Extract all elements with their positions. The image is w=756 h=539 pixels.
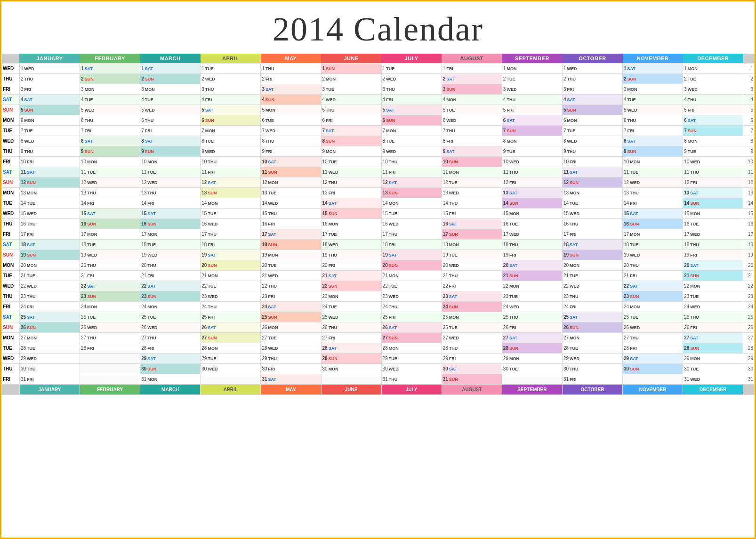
calendar-cell: 6 THU xyxy=(80,115,140,126)
calendar-cell: 7 FRI xyxy=(623,126,683,136)
calendar-cell: 11 MON xyxy=(442,167,502,177)
day-number-right: 29 xyxy=(743,354,755,364)
calendar-cell: 21 WED xyxy=(261,271,321,281)
calendar-cell: 22 TUE xyxy=(201,281,261,291)
calendar-cell: 13 MON xyxy=(19,188,80,198)
calendar-cell: 11 SAT xyxy=(562,167,622,177)
calendar-cell: 18 SAT xyxy=(562,240,622,250)
table-row: SAT25 SAT25 TUE25 TUE25 FRI25 SUN25 WED2… xyxy=(2,312,755,322)
calendar-table: JANUARY FEBRUARY MARCH APRIL MAY JUNE JU… xyxy=(1,54,755,395)
day-of-week-label: TUE xyxy=(2,271,20,281)
day-number-right: 8 xyxy=(743,136,755,146)
calendar-cell: 18 FRI xyxy=(201,240,261,250)
day-of-week-label: FRI xyxy=(2,374,20,385)
day-of-week-label: MON xyxy=(2,333,20,343)
calendar-cell: 15 WED xyxy=(19,209,80,219)
calendar-cell: 27 TUE xyxy=(261,333,321,343)
calendar-cell: 14 SAT xyxy=(321,198,381,209)
calendar-cell: 23 WED xyxy=(201,291,261,302)
day-number-right: 17 xyxy=(743,229,755,240)
calendar-cell: 12 SUN xyxy=(562,177,622,188)
calendar-cell: 30 WED xyxy=(201,364,261,374)
calendar-cell xyxy=(502,374,562,385)
day-number-right: 19 xyxy=(743,250,755,260)
calendar-cell: 15 WED xyxy=(562,209,622,219)
table-row: FRI31 FRI31 MON31 SAT31 THU31 SUN31 FRI3… xyxy=(2,374,755,385)
calendar-cell xyxy=(80,364,140,374)
calendar-cell: 23 MON xyxy=(321,291,381,302)
calendar-cell: 17 WED xyxy=(502,229,562,240)
day-number-right: 21 xyxy=(743,271,755,281)
calendar-cell: 1 SAT xyxy=(623,64,683,74)
calendar-cell: 20 SAT xyxy=(683,260,743,271)
calendar-cell: 19 MON xyxy=(261,250,321,260)
calendar-cell: 26 MON xyxy=(261,322,321,333)
day-of-week-label: SUN xyxy=(2,250,20,260)
calendar-cell: 11 WED xyxy=(321,167,381,177)
calendar-cell xyxy=(80,354,140,364)
calendar-cell: 2 TUE xyxy=(502,74,562,84)
calendar-cell: 11 TUE xyxy=(623,167,683,177)
table-row: SAT18 SAT18 TUE18 TUE18 FRI18 SUN18 WED1… xyxy=(2,240,755,250)
calendar-cell: 2 SUN xyxy=(623,74,683,84)
calendar-cell: 6 SAT xyxy=(502,115,562,126)
calendar-cell: 30 WED xyxy=(381,364,442,374)
calendar-cell: 30 SUN xyxy=(140,364,201,374)
day-number-right: 15 xyxy=(743,209,755,219)
calendar-cell: 8 MON xyxy=(683,136,743,146)
calendar-cell: 9 WED xyxy=(381,146,442,157)
calendar-cell: 7 FRI xyxy=(80,126,140,136)
day-of-week-label: WED xyxy=(2,209,20,219)
calendar-cell: 27 WED xyxy=(442,333,502,343)
calendar-cell: 1 SUN xyxy=(321,64,381,74)
table-row: THU30 THU30 SUN30 WED30 FRI30 MON30 WED3… xyxy=(2,364,755,374)
day-of-week-label: SUN xyxy=(2,322,20,333)
day-of-week-label: WED xyxy=(2,281,20,291)
calendar-cell: 29 TUE xyxy=(201,354,261,364)
calendar-cell: 3 WED xyxy=(683,84,743,95)
calendar-cell: 5 MON xyxy=(261,105,321,115)
calendar-cell: 13 THU xyxy=(80,188,140,198)
calendar-cell: 15 THU xyxy=(261,209,321,219)
calendar-cell: 10 MON xyxy=(140,157,201,167)
calendar-cell: 30 THU xyxy=(19,364,80,374)
calendar-cell: 16 SUN xyxy=(623,219,683,229)
calendar-cell: 21 SUN xyxy=(683,271,743,281)
calendar-cell: 28 SAT xyxy=(321,343,381,354)
calendar-cell: 18 THU xyxy=(502,240,562,250)
calendar-cell: 18 SUN xyxy=(261,240,321,250)
calendar-cell: 21 SAT xyxy=(321,271,381,281)
table-row: FRI24 FRI24 MON24 MON24 THU24 SAT24 TUE2… xyxy=(2,302,755,312)
calendar-cell: 23 THU xyxy=(19,291,80,302)
calendar-cell: 21 FRI xyxy=(80,271,140,281)
calendar-cell: 6 THU xyxy=(140,115,201,126)
calendar-cell: 22 MON xyxy=(683,281,743,291)
calendar-cell: 3 MON xyxy=(80,84,140,95)
calendar-cell: 15 MON xyxy=(683,209,743,219)
calendar-cell: 30 TUE xyxy=(502,364,562,374)
calendar-cell: 3 FRI xyxy=(19,84,80,95)
day-of-week-label: SUN xyxy=(2,105,20,115)
calendar-cell: 11 TUE xyxy=(80,167,140,177)
calendar-cell: 10 TUE xyxy=(321,157,381,167)
calendar-cell: 7 MON xyxy=(201,126,261,136)
calendar-cell: 7 WED xyxy=(261,126,321,136)
day-number-right: 24 xyxy=(743,302,755,312)
calendar-cell: 1 TUE xyxy=(201,64,261,74)
calendar-cell: 31 SUN xyxy=(442,374,502,385)
calendar-cell: 12 THU xyxy=(321,177,381,188)
calendar-cell: 6 MON xyxy=(562,115,622,126)
calendar-cell: 21 FRI xyxy=(623,271,683,281)
calendar-cell: 14 SUN xyxy=(502,198,562,209)
day-of-week-label: THU xyxy=(2,364,20,374)
calendar-cell: 1 MON xyxy=(502,64,562,74)
calendar-cell: 5 WED xyxy=(623,105,683,115)
calendar-cell: 10 THU xyxy=(201,157,261,167)
calendar-cell: 22 WED xyxy=(562,281,622,291)
calendar-cell: 21 TUE xyxy=(19,271,80,281)
calendar-cell: 27 THU xyxy=(80,333,140,343)
calendar-cell: 16 TUE xyxy=(683,219,743,229)
calendar-cell: 25 SUN xyxy=(261,312,321,322)
calendar-cell: 18 WED xyxy=(321,240,381,250)
day-number-right: 10 xyxy=(743,157,755,167)
